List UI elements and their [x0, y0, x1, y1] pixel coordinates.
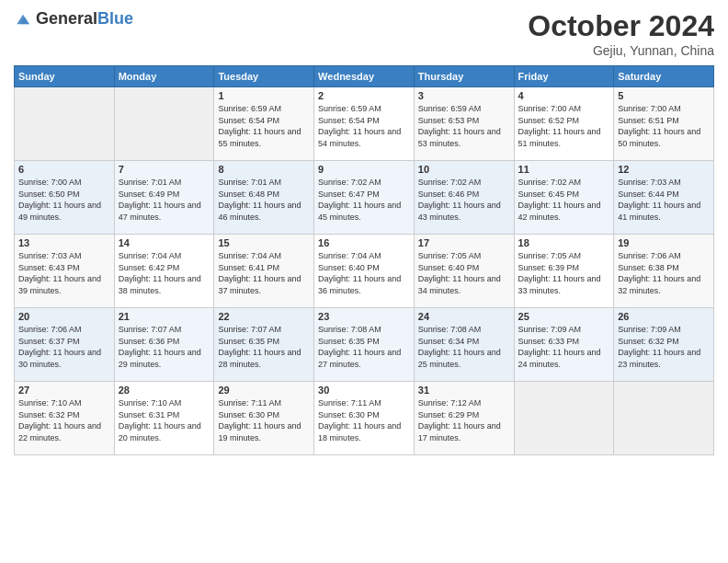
day-info: Sunrise: 7:06 AMSunset: 6:37 PMDaylight:… [18, 324, 110, 370]
day-number: 5 [618, 90, 710, 101]
day-number: 24 [418, 311, 510, 322]
cell-1-4: 2Sunrise: 6:59 AMSunset: 6:54 PMDaylight… [314, 87, 415, 161]
day-info: Sunrise: 7:07 AMSunset: 6:36 PMDaylight:… [119, 324, 210, 370]
cell-2-3: 8Sunrise: 7:01 AMSunset: 6:48 PMDaylight… [214, 161, 314, 235]
day-info: Sunrise: 7:04 AMSunset: 6:41 PMDaylight:… [218, 250, 310, 296]
week-row-3: 13Sunrise: 7:03 AMSunset: 6:43 PMDayligh… [15, 235, 714, 308]
day-info: Sunrise: 7:10 AMSunset: 6:31 PMDaylight:… [119, 397, 210, 443]
day-info: Sunrise: 7:04 AMSunset: 6:42 PMDaylight:… [119, 250, 210, 296]
calendar-page: GeneralBlue October 2024 Gejiu, Yunnan, … [0, 0, 728, 563]
day-info: Sunrise: 7:12 AMSunset: 6:29 PMDaylight:… [418, 397, 510, 443]
cell-4-5: 24Sunrise: 7:08 AMSunset: 6:34 PMDayligh… [414, 308, 514, 382]
col-header-thursday: Thursday [414, 66, 514, 87]
day-info: Sunrise: 7:01 AMSunset: 6:49 PMDaylight:… [119, 177, 210, 223]
cell-5-3: 29Sunrise: 7:11 AMSunset: 6:30 PMDayligh… [214, 382, 314, 455]
day-info: Sunrise: 7:02 AMSunset: 6:45 PMDaylight:… [518, 177, 610, 223]
cell-1-6: 4Sunrise: 7:00 AMSunset: 6:52 PMDaylight… [514, 87, 614, 161]
day-info: Sunrise: 7:09 AMSunset: 6:32 PMDaylight:… [618, 324, 710, 370]
calendar-table: SundayMondayTuesdayWednesdayThursdayFrid… [14, 65, 714, 455]
month-title: October 2024 [528, 9, 714, 43]
day-number: 29 [218, 385, 310, 396]
col-header-sunday: Sunday [15, 66, 115, 87]
day-number: 21 [119, 311, 210, 322]
cell-5-2: 28Sunrise: 7:10 AMSunset: 6:31 PMDayligh… [114, 382, 214, 455]
day-info: Sunrise: 7:06 AMSunset: 6:38 PMDaylight:… [618, 250, 710, 296]
cell-2-4: 9Sunrise: 7:02 AMSunset: 6:47 PMDaylight… [314, 161, 415, 235]
cell-2-1: 6Sunrise: 7:00 AMSunset: 6:50 PMDaylight… [15, 161, 115, 235]
day-number: 9 [318, 164, 410, 175]
day-info: Sunrise: 7:02 AMSunset: 6:47 PMDaylight:… [318, 177, 410, 223]
day-number: 4 [518, 90, 610, 101]
day-number: 13 [18, 237, 110, 248]
day-number: 15 [218, 237, 310, 248]
day-number: 31 [418, 385, 510, 396]
day-number: 1 [218, 90, 310, 101]
cell-2-5: 10Sunrise: 7:02 AMSunset: 6:46 PMDayligh… [414, 161, 514, 235]
day-number: 8 [218, 164, 310, 175]
day-info: Sunrise: 7:08 AMSunset: 6:35 PMDaylight:… [318, 324, 410, 370]
cell-3-3: 15Sunrise: 7:04 AMSunset: 6:41 PMDayligh… [214, 235, 314, 308]
week-row-4: 20Sunrise: 7:06 AMSunset: 6:37 PMDayligh… [15, 308, 714, 382]
day-number: 19 [618, 237, 710, 248]
header-row: SundayMondayTuesdayWednesdayThursdayFrid… [15, 66, 714, 87]
day-number: 6 [18, 164, 110, 175]
header: GeneralBlue October 2024 Gejiu, Yunnan, … [14, 9, 714, 58]
location: Gejiu, Yunnan, China [528, 43, 714, 58]
cell-4-6: 25Sunrise: 7:09 AMSunset: 6:33 PMDayligh… [514, 308, 614, 382]
day-number: 28 [119, 385, 210, 396]
cell-2-6: 11Sunrise: 7:02 AMSunset: 6:45 PMDayligh… [514, 161, 614, 235]
col-header-friday: Friday [514, 66, 614, 87]
cell-2-7: 12Sunrise: 7:03 AMSunset: 6:44 PMDayligh… [614, 161, 714, 235]
day-number: 7 [119, 164, 210, 175]
day-info: Sunrise: 7:00 AMSunset: 6:50 PMDaylight:… [18, 177, 110, 223]
day-number: 26 [618, 311, 710, 322]
cell-5-7 [614, 382, 714, 455]
cell-4-2: 21Sunrise: 7:07 AMSunset: 6:36 PMDayligh… [114, 308, 214, 382]
day-number: 17 [418, 237, 510, 248]
day-number: 3 [418, 90, 510, 101]
day-info: Sunrise: 7:10 AMSunset: 6:32 PMDaylight:… [18, 397, 110, 443]
col-header-monday: Monday [114, 66, 214, 87]
day-info: Sunrise: 7:02 AMSunset: 6:46 PMDaylight:… [418, 177, 510, 223]
col-header-saturday: Saturday [614, 66, 714, 87]
cell-5-5: 31Sunrise: 7:12 AMSunset: 6:29 PMDayligh… [414, 382, 514, 455]
day-info: Sunrise: 7:00 AMSunset: 6:52 PMDaylight:… [518, 103, 610, 149]
day-number: 11 [518, 164, 610, 175]
day-info: Sunrise: 7:07 AMSunset: 6:35 PMDaylight:… [218, 324, 310, 370]
day-info: Sunrise: 7:11 AMSunset: 6:30 PMDaylight:… [318, 397, 410, 443]
day-info: Sunrise: 7:00 AMSunset: 6:51 PMDaylight:… [618, 103, 710, 149]
day-number: 23 [318, 311, 410, 322]
day-info: Sunrise: 7:03 AMSunset: 6:43 PMDaylight:… [18, 250, 110, 296]
day-number: 16 [318, 237, 410, 248]
cell-4-7: 26Sunrise: 7:09 AMSunset: 6:32 PMDayligh… [614, 308, 714, 382]
cell-1-1 [15, 87, 115, 161]
cell-5-6 [514, 382, 614, 455]
day-info: Sunrise: 7:09 AMSunset: 6:33 PMDaylight:… [518, 324, 610, 370]
col-header-wednesday: Wednesday [314, 66, 415, 87]
day-number: 12 [618, 164, 710, 175]
cell-3-2: 14Sunrise: 7:04 AMSunset: 6:42 PMDayligh… [114, 235, 214, 308]
day-number: 27 [18, 385, 110, 396]
cell-5-1: 27Sunrise: 7:10 AMSunset: 6:32 PMDayligh… [15, 382, 115, 455]
logo: GeneralBlue [14, 9, 133, 29]
cell-3-1: 13Sunrise: 7:03 AMSunset: 6:43 PMDayligh… [15, 235, 115, 308]
day-info: Sunrise: 7:01 AMSunset: 6:48 PMDaylight:… [218, 177, 310, 223]
day-number: 25 [518, 311, 610, 322]
cell-1-3: 1Sunrise: 6:59 AMSunset: 6:54 PMDaylight… [214, 87, 314, 161]
cell-3-4: 16Sunrise: 7:04 AMSunset: 6:40 PMDayligh… [314, 235, 415, 308]
day-number: 2 [318, 90, 410, 101]
cell-3-5: 17Sunrise: 7:05 AMSunset: 6:40 PMDayligh… [414, 235, 514, 308]
logo-icon [14, 10, 32, 29]
day-number: 30 [318, 385, 410, 396]
cell-5-4: 30Sunrise: 7:11 AMSunset: 6:30 PMDayligh… [314, 382, 415, 455]
cell-3-6: 18Sunrise: 7:05 AMSunset: 6:39 PMDayligh… [514, 235, 614, 308]
cell-4-4: 23Sunrise: 7:08 AMSunset: 6:35 PMDayligh… [314, 308, 415, 382]
day-info: Sunrise: 7:05 AMSunset: 6:40 PMDaylight:… [418, 250, 510, 296]
day-number: 10 [418, 164, 510, 175]
logo-general-text: GeneralBlue [36, 9, 133, 29]
cell-1-2 [114, 87, 214, 161]
cell-1-5: 3Sunrise: 6:59 AMSunset: 6:53 PMDaylight… [414, 87, 514, 161]
day-info: Sunrise: 7:04 AMSunset: 6:40 PMDaylight:… [318, 250, 410, 296]
week-row-1: 1Sunrise: 6:59 AMSunset: 6:54 PMDaylight… [15, 87, 714, 161]
title-block: October 2024 Gejiu, Yunnan, China [528, 9, 714, 58]
